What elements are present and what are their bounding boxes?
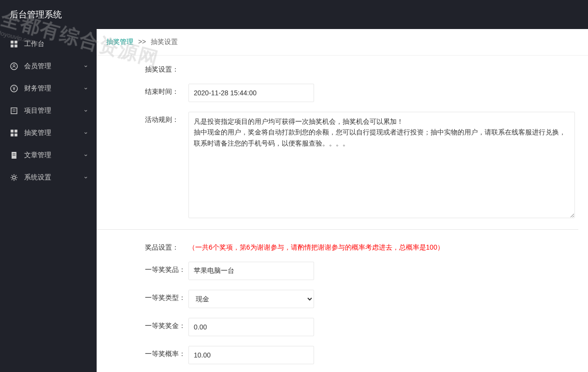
svg-text:¥: ¥ [12,86,15,91]
prize1-prob-input[interactable] [188,346,314,364]
rules-label: 活动规则： [145,112,188,124]
breadcrumb-sep: >> [138,38,146,45]
chevron-down-icon: › [83,88,89,89]
svg-point-5 [13,64,15,66]
prize1-name-label: 一等奖奖品： [145,262,188,274]
app-title: 后台管理系统 [10,9,62,20]
money-icon: ¥ [10,84,18,93]
sidebar-item-label: 抽奖管理 [24,129,85,137]
prize-section-label: 奖品设置： [145,239,188,252]
chevron-down-icon: › [83,132,89,134]
article-icon [10,151,18,160]
end-time-input[interactable] [188,84,314,102]
sidebar-item-label: 工作台 [24,40,87,48]
prize1-money-label: 一等奖奖金： [145,318,188,330]
prize1-name-input[interactable] [188,262,314,280]
svg-rect-1 [14,41,17,44]
prize1-type-select[interactable]: 现金 [188,290,314,308]
sidebar-item-workbench[interactable]: 工作台 [0,33,97,55]
grid-icon [10,40,18,48]
chevron-down-icon: › [83,65,89,67]
svg-rect-0 [11,41,14,44]
svg-rect-3 [14,45,17,47]
prize1-type-label: 一等奖类型： [145,290,188,302]
prize-help-text: （一共6个奖项，第6为谢谢参与，请酌情把谢谢参与的概率考虑进去，总概率是100） [188,239,444,252]
sidebar-item-article[interactable]: 文章管理 › [0,144,97,166]
breadcrumb: 抽奖管理 >> 抽奖设置 [97,29,588,56]
svg-rect-8 [11,108,17,114]
svg-point-18 [13,176,15,179]
section-label-lottery: 抽奖设置： [145,65,188,74]
rules-textarea[interactable] [188,112,575,218]
sidebar-item-settings[interactable]: 系统设置 › [0,166,97,189]
sidebar-item-label: 会员管理 [24,62,85,71]
sidebar-item-finance[interactable]: ¥ 财务管理 › [0,77,97,100]
breadcrumb-current: 抽奖设置 [151,38,178,45]
main-content: 抽奖管理 >> 抽奖设置 抽奖设置： 结束时间： 活动规则： [97,29,588,372]
divider [97,229,578,230]
sidebar-item-label: 财务管理 [24,84,85,93]
chevron-down-icon: › [83,177,89,179]
sidebar-item-lottery[interactable]: 抽奖管理 › [0,122,97,144]
svg-rect-14 [14,134,17,136]
prize1-money-input[interactable] [188,318,314,336]
sidebar-item-label: 文章管理 [24,151,85,160]
sidebar-item-member[interactable]: 会员管理 › [0,55,97,77]
svg-rect-2 [11,45,14,47]
sidebar: 工作台 会员管理 › ¥ 财务管理 › 项目管理 › [0,29,97,372]
sidebar-item-label: 系统设置 [24,173,85,182]
sidebar-item-project[interactable]: 项目管理 › [0,100,97,122]
svg-rect-13 [11,134,14,136]
project-icon [10,106,18,115]
svg-rect-12 [14,130,17,133]
lottery-icon [10,129,18,137]
prize1-prob-label: 一等奖概率： [145,346,188,358]
header: 后台管理系统 [0,0,588,29]
svg-rect-11 [11,130,14,133]
sidebar-item-label: 项目管理 [24,106,85,115]
breadcrumb-link[interactable]: 抽奖管理 [106,38,133,45]
gear-icon [10,173,18,182]
chevron-down-icon: › [83,154,89,156]
end-time-label: 结束时间： [145,84,188,96]
user-icon [10,62,18,71]
form: 抽奖设置： 结束时间： 活动规则： 奖品设置： （一共6个奖项，第6为谢谢参与，… [97,56,588,372]
chevron-down-icon: › [83,110,89,112]
